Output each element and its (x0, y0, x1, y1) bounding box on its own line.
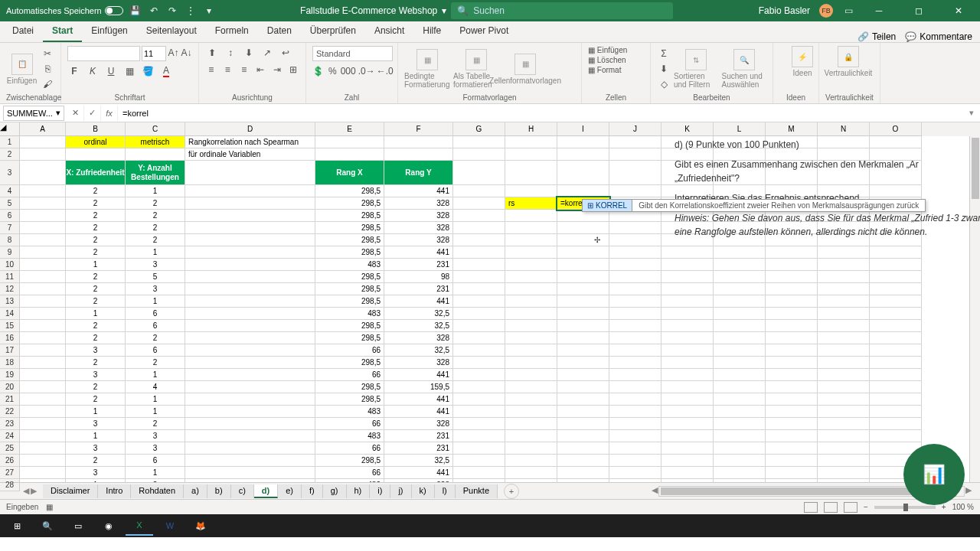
cell[interactable] (505, 271, 557, 283)
cell[interactable] (505, 295, 557, 308)
cell-f15[interactable]: 32,5 (384, 320, 453, 332)
cell[interactable] (714, 442, 766, 455)
cell[interactable] (185, 222, 315, 234)
col-header-C[interactable]: C (126, 122, 185, 136)
row-header-21[interactable]: 21 (0, 393, 20, 406)
cell-b9[interactable]: 2 (66, 246, 126, 259)
cell[interactable] (557, 467, 609, 479)
col-header-H[interactable]: H (505, 122, 557, 136)
cell[interactable] (505, 369, 557, 381)
add-sheet-button[interactable]: + (504, 484, 519, 499)
cell[interactable] (20, 246, 66, 259)
cell-f23[interactable]: 328 (384, 418, 453, 430)
sheet-tab-Intro[interactable]: Intro (98, 484, 131, 498)
cell-f20[interactable]: 159,5 (384, 381, 453, 393)
cell[interactable] (609, 430, 662, 442)
cell[interactable] (453, 369, 505, 381)
formula-input[interactable] (118, 109, 969, 118)
cell-f18[interactable]: 328 (384, 357, 453, 369)
cell-f8[interactable]: 328 (384, 234, 453, 246)
cell[interactable] (766, 344, 818, 357)
cell[interactable] (609, 442, 662, 455)
font-size-select[interactable] (142, 46, 166, 61)
align-bottom-icon[interactable]: ⬇ (242, 46, 256, 60)
sheet-tab-Punkte[interactable]: Punkte (456, 484, 498, 498)
cell-e6[interactable]: 298,5 (315, 210, 384, 222)
cancel-formula-icon[interactable]: ✕ (67, 106, 84, 121)
cell-c15[interactable]: 6 (126, 320, 185, 332)
cell[interactable] (609, 259, 662, 271)
row-header-24[interactable]: 24 (0, 430, 20, 442)
cell[interactable] (453, 442, 505, 455)
cell[interactable] (557, 406, 609, 418)
fill-color-icon[interactable]: 🪣 (141, 64, 155, 78)
cell[interactable] (453, 320, 505, 332)
cell[interactable] (505, 246, 557, 259)
cell-f25[interactable]: 231 (384, 442, 453, 455)
cell-c28[interactable]: 2 (126, 479, 185, 482)
cell-b7[interactable]: 2 (66, 222, 126, 234)
cell[interactable] (453, 381, 505, 393)
cell[interactable] (557, 455, 609, 467)
cell-c7[interactable]: 2 (126, 222, 185, 234)
cell-f6[interactable]: 328 (384, 210, 453, 222)
cell[interactable] (818, 418, 870, 430)
cell[interactable] (714, 418, 766, 430)
cell[interactable] (870, 320, 922, 332)
cell-e10[interactable]: 483 (315, 259, 384, 271)
cell-f28[interactable]: 328 (384, 479, 453, 482)
border-icon[interactable]: ▦ (122, 64, 136, 78)
close-button[interactable]: ✕ (943, 0, 974, 21)
cell[interactable] (185, 271, 315, 283)
row-header-13[interactable]: 13 (0, 295, 20, 308)
name-box[interactable]: SUMMEW...▾ (3, 106, 64, 121)
cell[interactable] (453, 479, 505, 482)
cell[interactable] (557, 283, 609, 295)
align-middle-icon[interactable]: ↕ (224, 46, 237, 60)
row-header-16[interactable]: 16 (0, 332, 20, 344)
cell[interactable] (20, 259, 66, 271)
search-task-icon[interactable]: 🔍 (34, 516, 61, 536)
row-header-18[interactable]: 18 (0, 357, 20, 369)
cell[interactable] (185, 393, 315, 406)
cell[interactable] (870, 369, 922, 381)
page-break-icon[interactable] (844, 502, 858, 513)
cell[interactable] (609, 479, 662, 482)
cell[interactable] (20, 320, 66, 332)
cell[interactable] (20, 393, 66, 406)
cell[interactable] (662, 479, 714, 482)
cell-e19[interactable]: 66 (315, 369, 384, 381)
cell-f27[interactable]: 441 (384, 467, 453, 479)
cell-f10[interactable]: 231 (384, 259, 453, 271)
cell[interactable] (505, 320, 557, 332)
app-icon[interactable]: ◉ (95, 516, 122, 536)
dec-decimal-icon[interactable]: ←.0 (378, 64, 392, 78)
cell[interactable] (766, 357, 818, 369)
cell[interactable] (714, 467, 766, 479)
cell[interactable] (185, 418, 315, 430)
cell[interactable] (315, 148, 384, 161)
cell[interactable] (766, 418, 818, 430)
cell-b19[interactable]: 3 (66, 369, 126, 381)
cell[interactable] (714, 246, 766, 259)
cell[interactable] (453, 210, 505, 222)
orientation-icon[interactable]: ↗ (260, 46, 274, 60)
cell-c27[interactable]: 1 (126, 467, 185, 479)
col-header-B[interactable]: B (66, 122, 126, 136)
cell[interactable] (870, 271, 922, 283)
cell-b22[interactable]: 1 (66, 406, 126, 418)
cell[interactable] (818, 455, 870, 467)
cell[interactable] (714, 393, 766, 406)
cell[interactable] (662, 332, 714, 344)
paste-button[interactable]: 📋Einfügen (6, 54, 38, 85)
cell[interactable] (20, 161, 66, 185)
italic-icon[interactable]: K (86, 64, 100, 78)
cell-c13[interactable]: 1 (126, 295, 185, 308)
cell[interactable] (870, 332, 922, 344)
cell[interactable] (609, 381, 662, 393)
cell-c26[interactable]: 6 (126, 455, 185, 467)
cell[interactable] (185, 295, 315, 308)
cell[interactable] (557, 344, 609, 357)
cell[interactable] (818, 320, 870, 332)
cell[interactable] (185, 234, 315, 246)
